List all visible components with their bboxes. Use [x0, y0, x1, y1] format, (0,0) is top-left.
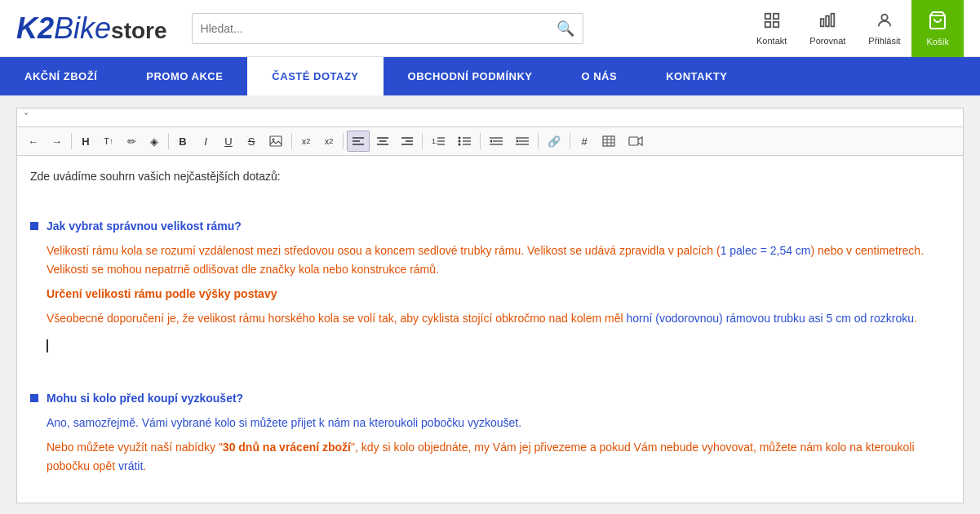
search-input[interactable] [193, 14, 548, 43]
video-button[interactable] [623, 131, 649, 152]
faq1-sub-link: horní (vodorovnou) rámovou trubku asi 5 … [626, 312, 914, 325]
unordered-list-button[interactable] [452, 131, 477, 152]
toolbar-sep-2 [168, 133, 169, 149]
toolbar-sep-3 [291, 133, 292, 149]
editor-topbar: ˅ [17, 109, 963, 127]
faq2-title: Mohu si kolo před koupí vyzkoušet? [30, 389, 950, 407]
editor-panel: ˅ ← → H T↑ ✏ ◈ B I U S x2 x2 [16, 108, 964, 503]
faq-item-2: Mohu si kolo před koupí vyzkoušet? Ano, … [30, 389, 950, 476]
svg-rect-41 [629, 137, 638, 145]
logo-store: store [111, 18, 166, 44]
svg-rect-1 [774, 13, 778, 18]
svg-point-26 [459, 144, 461, 146]
faq2-body-p2: Nebo můžete využít naší nabídky "30 dnů … [47, 438, 950, 475]
faq2-body: Ano, samozřejmě. Vámi vybrané kolo si mů… [47, 414, 950, 475]
faq-item-1: Jak vybrat správnou velikost rámu? Velik… [30, 217, 950, 354]
cart-label: Košík [926, 37, 949, 47]
hashtag-button[interactable]: # [574, 131, 595, 152]
logo-k2: K2 [16, 11, 54, 46]
bold-button[interactable]: B [172, 131, 193, 152]
kontakt-icon-item[interactable]: Kontakt [745, 11, 798, 46]
toolbar-sep-4 [343, 133, 344, 149]
heading2-button[interactable]: T↑ [98, 131, 119, 152]
cart-button[interactable]: Košík [911, 0, 964, 57]
faq1-body: Velikostí rámu kola se rozumí vzdálenost… [47, 241, 950, 328]
main-nav: AKČNÍ ZBOŽÍ PROMO AKCE ČASTÉ DOTAZY OBCH… [0, 57, 980, 95]
faq1-subtitle: Určení velikosti rámu podle výšky postav… [47, 285, 950, 303]
faq2-body-p1: Ano, samozřejmě. Vámi vybrané kolo si mů… [47, 414, 950, 432]
topbar-chevron[interactable]: ˅ [24, 112, 29, 123]
svg-point-10 [273, 139, 275, 141]
prihlasit-icon-item[interactable]: Přihlásit [857, 11, 911, 46]
header: K2 Bike store 🔍 Kontakt Porovnat Přihlás… [0, 0, 980, 57]
svg-rect-5 [827, 16, 830, 26]
porovnat-label: Porovnat [809, 36, 845, 46]
redo-button[interactable]: → [46, 131, 68, 152]
toolbar-sep-5 [422, 133, 423, 149]
faq1-body-link: 1 palec = 2,54 cm [721, 244, 811, 257]
italic-button[interactable]: I [195, 131, 216, 152]
nav-caste-dotazy[interactable]: ČASTÉ DOTAZY [247, 57, 383, 95]
kontakt-label: Kontakt [756, 36, 787, 46]
faq1-body-p1: Velikostí rámu kola se rozumí vzdálenost… [47, 241, 950, 278]
ordered-list-button[interactable]: 1. [426, 131, 450, 152]
svg-rect-2 [765, 21, 769, 26]
search-button[interactable]: 🔍 [548, 20, 583, 38]
faq2-body-red1: Nebo můžete využít naší nabídky " [47, 441, 223, 454]
toolbar-sep-7 [538, 133, 539, 149]
nav-o-nas[interactable]: O NÁS [557, 57, 641, 95]
pencil-button[interactable]: ✏ [121, 131, 142, 152]
nav-kontakty[interactable]: KONTAKTY [641, 57, 752, 95]
cart-icon [928, 11, 947, 35]
undo-button[interactable]: ← [22, 131, 44, 152]
svg-rect-3 [774, 21, 778, 26]
superscript-button[interactable]: x2 [295, 131, 317, 152]
svg-point-25 [459, 140, 461, 143]
faq1-title: Jak vybrat správnou velikost rámu? [30, 217, 950, 235]
svg-text:1.: 1. [432, 137, 438, 145]
svg-point-24 [459, 137, 461, 140]
text-cursor [47, 339, 48, 352]
prihlasit-icon [876, 11, 894, 34]
logo-bike: Bike [54, 11, 111, 46]
editor-toolbar: ← → H T↑ ✏ ◈ B I U S x2 x2 [17, 127, 963, 156]
strikethrough-button[interactable]: S [241, 131, 262, 152]
heading1-button[interactable]: H [75, 131, 96, 152]
subscript-button[interactable]: x2 [318, 131, 339, 152]
underline-button[interactable]: U [218, 131, 239, 152]
align-left-button[interactable] [347, 131, 370, 152]
svg-rect-36 [603, 136, 614, 146]
porovnat-icon-item[interactable]: Porovnat [798, 11, 857, 46]
indent-button[interactable] [484, 131, 508, 152]
image-button[interactable] [264, 131, 288, 152]
nav-obchodni-podminky[interactable]: OBCHODNÍ PODMÍNKY [384, 57, 557, 95]
cursor-placeholder [47, 336, 950, 354]
link-button[interactable]: 🔗 [542, 131, 566, 152]
porovnat-icon [818, 11, 836, 34]
content-area: ˅ ← → H T↑ ✏ ◈ B I U S x2 x2 [0, 95, 980, 514]
nav-akcni-zbozi[interactable]: AKČNÍ ZBOŽÍ [0, 57, 122, 95]
svg-rect-6 [831, 13, 835, 26]
editor-content[interactable]: Zde uvádíme souhrn vašich nejčastějších … [17, 156, 963, 503]
search-bar: 🔍 [192, 13, 583, 44]
svg-rect-9 [270, 136, 282, 146]
nav-promo-akce[interactable]: PROMO AKCE [122, 57, 247, 95]
outdent-button[interactable] [510, 131, 534, 152]
faq1-subtitle-body: Všeobecné doporučení je, že velikost rám… [47, 309, 950, 327]
toolbar-sep-1 [71, 133, 72, 149]
prihlasit-label: Přihlásit [868, 36, 900, 46]
faq1-sub-end: . [914, 312, 917, 325]
align-center-button[interactable] [371, 131, 394, 152]
faq2-body-normal: Ano, samozřejmě. Vámi vybrané kolo si mů… [47, 416, 521, 429]
faq1-indicator [30, 222, 38, 230]
faq2-body-end: . [143, 459, 146, 472]
table-button[interactable] [596, 131, 621, 152]
header-icons: Kontakt Porovnat Přihlásit Košík [745, 0, 964, 57]
align-right-button[interactable] [396, 131, 419, 152]
svg-point-7 [881, 14, 887, 20]
eraser-button[interactable]: ◈ [144, 131, 165, 152]
faq1-sub-red: Všeobecné doporučení je, že velikost rám… [47, 312, 626, 325]
faq1-title-text: Jak vybrat správnou velikost rámu? [47, 217, 242, 235]
intro-text: Zde uvádíme souhrn vašich nejčastějších … [30, 167, 950, 185]
faq2-body-link: vrátit [115, 459, 143, 472]
